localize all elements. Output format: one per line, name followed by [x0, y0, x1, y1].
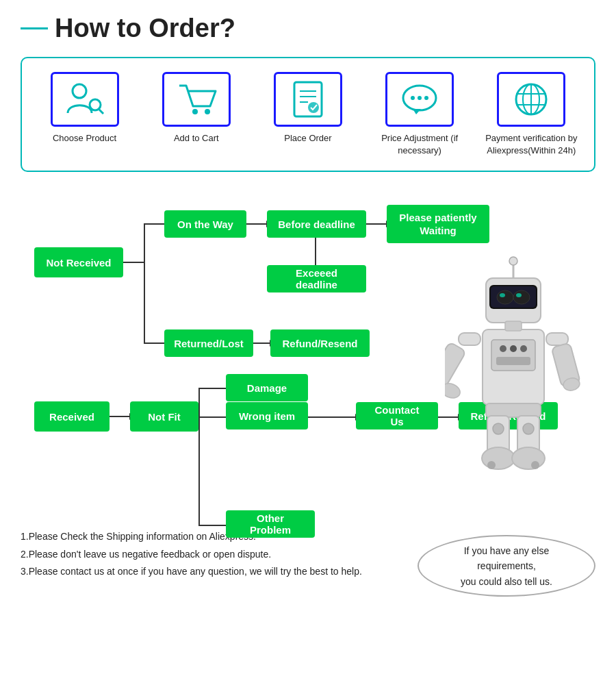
svg-point-22 [510, 345, 517, 352]
svg-point-49 [531, 461, 539, 469]
line-to-returned [144, 342, 164, 344]
svg-line-2 [99, 109, 103, 114]
svg-point-13 [424, 96, 428, 100]
line-to-wrong-item [198, 416, 226, 418]
not-fit-box: Not Fit [130, 401, 198, 432]
svg-point-33 [509, 257, 517, 265]
svg-point-12 [418, 96, 422, 100]
place-order-icon-box [274, 72, 342, 127]
payment-verification-icon-box [497, 72, 565, 127]
svg-rect-5 [294, 82, 322, 116]
step-place-order: Place Order [260, 72, 356, 145]
svg-point-47 [523, 423, 534, 434]
wrong-item-box: Wrong item [226, 402, 308, 429]
line-to-on-the-way [144, 223, 164, 225]
svg-point-11 [411, 96, 415, 100]
damage-box: Damage [226, 374, 308, 401]
svg-point-21 [500, 345, 506, 352]
page-title: How to Order? [55, 14, 235, 43]
robot-illustration [445, 227, 595, 501]
step-choose-product: Choose Product [37, 72, 133, 145]
line-vertical-split-top [144, 223, 145, 343]
svg-point-48 [487, 461, 496, 469]
svg-point-28 [497, 290, 513, 304]
svg-point-29 [513, 290, 530, 304]
order-steps-container: Choose Product Add to Cart Place Order [21, 57, 595, 172]
svg-point-4 [205, 109, 210, 114]
document-icon [287, 79, 329, 120]
step-payment-verification: Payment verification by Aliexpress(Withi… [483, 72, 579, 157]
line-verts-not-fit [198, 388, 200, 525]
on-the-way-box: On the Way [164, 210, 246, 238]
not-received-box: Not Received [34, 247, 123, 277]
other-problem-box: Other Problem [226, 510, 315, 538]
svg-point-43 [482, 447, 515, 469]
add-to-cart-label: Add to Cart [174, 132, 219, 145]
line-wrong-to-contact [308, 416, 356, 418]
line-before-to-wait [366, 223, 387, 225]
svg-point-0 [73, 84, 86, 98]
choose-product-label: Choose Product [53, 132, 116, 145]
svg-rect-38 [546, 333, 568, 345]
line-to-other [198, 525, 226, 526]
bottom-section: 1.Please Check the Shipping information … [21, 528, 595, 597]
price-adjustment-label: Price Adjustment (if necessary) [372, 132, 467, 157]
bubble-line1: If you have any else requirements, [434, 543, 579, 574]
before-deadline-box: Before deadline [267, 210, 366, 238]
exceed-deadline-box: Exceeed deadline [267, 265, 366, 292]
globe-icon [511, 79, 552, 120]
price-adjustment-icon-box [385, 72, 454, 127]
note-3: 3.Please contact us at once if you have … [21, 563, 404, 580]
header-accent-line [21, 27, 48, 29]
person-search-icon [64, 79, 105, 120]
step-price-adjustment: Price Adjustment (if necessary) [372, 72, 467, 157]
payment-verification-label: Payment verification by Aliexpress(Withi… [483, 132, 579, 157]
bubble-line2: you could also tell us. [461, 574, 552, 589]
contact-us-box: Countact Us [356, 402, 438, 429]
place-order-label: Place Order [284, 132, 331, 145]
returned-lost-box: Returned/Lost [164, 329, 253, 357]
svg-point-23 [520, 345, 527, 352]
svg-point-3 [192, 109, 198, 114]
robot-svg [445, 227, 582, 487]
line-to-damage [198, 388, 226, 389]
page-header: How to Order? [0, 0, 616, 50]
svg-point-9 [308, 102, 319, 113]
notes-container: 1.Please Check the Shipping information … [21, 528, 404, 580]
svg-point-37 [445, 382, 462, 401]
choose-product-icon-box [51, 72, 119, 127]
flowchart-container: Not Received On the Way Before deadline … [14, 186, 602, 521]
svg-point-31 [516, 293, 522, 297]
svg-rect-20 [491, 340, 535, 371]
svg-rect-36 [445, 342, 466, 387]
svg-point-46 [493, 423, 504, 434]
svg-point-45 [512, 447, 545, 469]
received-box: Received [34, 401, 110, 432]
svg-rect-24 [496, 357, 530, 365]
requirements-bubble: If you have any else requirements, you c… [418, 535, 595, 597]
line-otw-to-before [246, 223, 267, 225]
svg-rect-34 [505, 321, 522, 331]
svg-rect-35 [459, 333, 480, 345]
note-2: 2.Please don't leave us negative feedbac… [21, 546, 404, 563]
svg-point-30 [500, 293, 505, 297]
line-received-to-notfit [110, 416, 130, 417]
line-nr-to-branch [123, 262, 144, 263]
note-1: 1.Please Check the Shipping information … [21, 528, 404, 545]
step-add-to-cart: Add to Cart [149, 72, 244, 145]
line-returned-to-refund [253, 342, 270, 344]
chat-icon [399, 79, 440, 120]
refund-resend-top-box: Refund/Resend [270, 329, 370, 357]
cart-icon [176, 79, 217, 120]
add-to-cart-icon-box [162, 72, 231, 127]
